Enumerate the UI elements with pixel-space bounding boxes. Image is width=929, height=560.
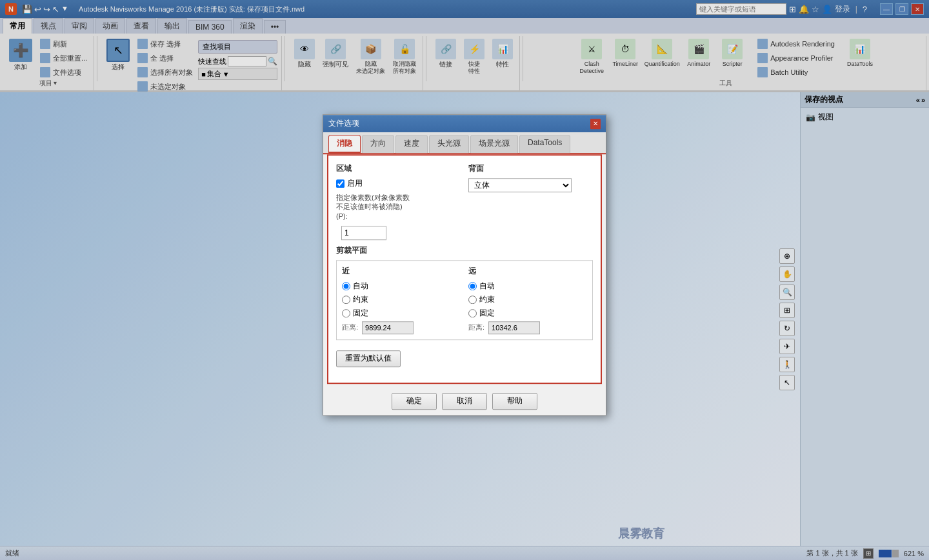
enabled-label: 启用 xyxy=(347,178,363,189)
far-constrained-row: 约束 xyxy=(468,294,587,305)
near-auto-label: 自动 xyxy=(353,281,368,292)
far-auto-label: 自动 xyxy=(479,281,495,292)
far-distance-row: 距离: xyxy=(468,321,587,334)
backface-section: 背面 立体 实体 线框 xyxy=(468,163,593,240)
near-fixed-row: 固定 xyxy=(342,308,461,319)
tab-headlight[interactable]: 头光源 xyxy=(429,135,469,153)
clipping-title: 剪裁平面 xyxy=(336,245,593,256)
pixel-label: 指定像素数(对象像素数不足该值时将被消隐)(P): xyxy=(336,193,414,221)
culling-title: 区域 xyxy=(336,163,461,174)
far-auto-row: 自动 xyxy=(468,281,587,292)
reset-area: 重置为默认值 xyxy=(336,350,593,375)
dialog-close-button[interactable]: ✕ xyxy=(590,119,601,129)
far-fixed-label: 固定 xyxy=(479,308,495,319)
pixel-row: 指定像素数(对象像素数不足该值时将被消隐)(P): xyxy=(336,193,461,221)
clipping-section: 剪裁平面 近 自动 约束 xyxy=(336,245,593,340)
dialog-title: 文件选项 xyxy=(328,118,359,129)
tab-direction[interactable]: 方向 xyxy=(362,135,394,153)
enabled-checkbox[interactable] xyxy=(336,179,345,188)
near-auto-row: 自动 xyxy=(342,281,461,292)
far-constrained-radio[interactable] xyxy=(468,295,477,304)
near-section: 近 自动 约束 固定 xyxy=(342,266,461,334)
clipping-cols: 近 自动 约束 固定 xyxy=(342,266,587,334)
near-fixed-radio[interactable] xyxy=(342,309,350,317)
near-distance-row: 距离: xyxy=(342,321,461,334)
far-fixed-radio[interactable] xyxy=(468,309,477,317)
enabled-row: 启用 xyxy=(336,178,461,189)
backface-title: 背面 xyxy=(468,163,593,174)
far-fixed-row: 固定 xyxy=(468,308,587,319)
cancel-button[interactable]: 取消 xyxy=(442,393,487,410)
near-distance-label: 距离: xyxy=(342,323,358,333)
tab-datatools[interactable]: DataTools xyxy=(519,135,570,153)
dialog-body: 区域 启用 指定像素数(对象像素数不足该值时将被消隐)(P): 背面 立体 实体 xyxy=(327,154,602,384)
tab-culling[interactable]: 消隐 xyxy=(328,135,361,153)
near-constrained-row: 约束 xyxy=(342,294,461,305)
top-section: 区域 启用 指定像素数(对象像素数不足该值时将被消隐)(P): 背面 立体 实体 xyxy=(336,163,593,240)
near-constrained-label: 约束 xyxy=(353,294,368,305)
far-auto-radio[interactable] xyxy=(468,282,477,290)
dialog-titlebar: 文件选项 ✕ xyxy=(323,115,606,132)
far-title: 远 xyxy=(468,266,587,277)
help-button[interactable]: 帮助 xyxy=(492,393,537,410)
near-distance-input[interactable] xyxy=(362,321,414,334)
tab-speed[interactable]: 速度 xyxy=(395,135,428,153)
pixel-value-input[interactable] xyxy=(341,226,386,240)
far-constrained-label: 约束 xyxy=(479,294,495,305)
near-title: 近 xyxy=(342,266,461,277)
far-section: 远 自动 约束 固定 xyxy=(468,266,587,334)
culling-section: 区域 启用 指定像素数(对象像素数不足该值时将被消隐)(P): xyxy=(336,163,461,240)
near-fixed-label: 固定 xyxy=(353,308,368,319)
ok-button[interactable]: 确定 xyxy=(392,393,437,410)
file-options-dialog: 文件选项 ✕ 消隐 方向 速度 头光源 场景光源 DataTools 区域 启用… xyxy=(323,114,606,415)
backface-dropdown[interactable]: 立体 实体 线框 xyxy=(468,178,572,192)
dialog-footer: 确定 取消 帮助 xyxy=(323,388,606,415)
near-auto-radio[interactable] xyxy=(342,282,350,290)
far-distance-label: 距离: xyxy=(468,323,484,333)
reset-defaults-button[interactable]: 重置为默认值 xyxy=(336,350,401,367)
near-constrained-radio[interactable] xyxy=(342,295,350,304)
dialog-tabs: 消隐 方向 速度 头光源 场景光源 DataTools xyxy=(323,132,606,154)
tab-scenelight[interactable]: 场景光源 xyxy=(470,135,518,153)
far-distance-input[interactable] xyxy=(488,321,540,334)
clipping-content: 近 自动 约束 固定 xyxy=(336,260,593,340)
